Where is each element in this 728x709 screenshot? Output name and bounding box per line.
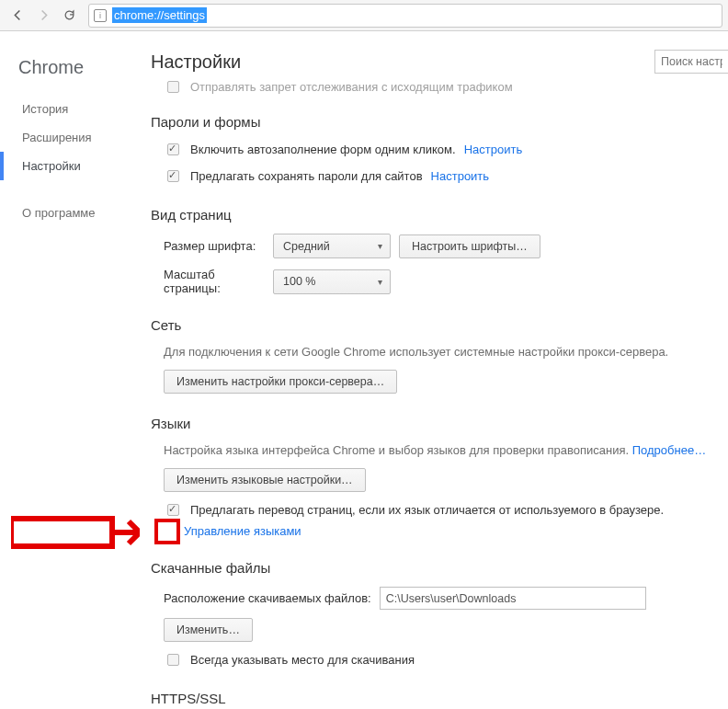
languages-more-link[interactable]: Подробнее… [632, 443, 706, 457]
ask-location-checkbox[interactable] [167, 654, 179, 666]
section-network: Сеть Для подключения к сети Google Chrom… [151, 317, 728, 394]
configure-fonts-button[interactable]: Настроить шрифты… [399, 234, 540, 258]
page-zoom-label: Масштаб страницы: [164, 268, 265, 295]
reload-button[interactable] [57, 4, 81, 28]
page-zoom-select[interactable]: 100 % [273, 269, 391, 294]
url-text: chrome://settings [112, 7, 207, 23]
savepw-checkbox[interactable] [167, 170, 179, 182]
translate-label: Предлагать перевод страниц, если их язык… [190, 503, 664, 517]
downloads-heading: Скачанные файлы [151, 560, 717, 576]
manage-languages-link[interactable]: Управление языками [184, 524, 301, 538]
download-path-label: Расположение скачиваемых файлов: [164, 591, 371, 605]
section-passwords: Пароли и формы Включить автозаполнение ф… [151, 114, 728, 185]
back-button[interactable] [6, 4, 29, 28]
sidebar-item-extensions[interactable]: Расширения [0, 123, 138, 152]
network-desc: Для подключения к сети Google Chrome исп… [151, 344, 717, 360]
font-size-select[interactable]: Средний [273, 234, 391, 258]
download-path-input[interactable] [380, 587, 646, 610]
autofill-label: Включить автозаполнение форм одним клико… [190, 143, 456, 156]
settings-search-input[interactable] [654, 50, 728, 74]
section-appearance: Вид страниц Размер шрифта: Средний Настр… [151, 207, 728, 295]
language-settings-button[interactable]: Изменить языковые настройки… [164, 468, 366, 492]
autofill-checkbox[interactable] [167, 143, 179, 155]
sidebar-item-settings[interactable]: Настройки [0, 152, 138, 180]
sidebar-item-about[interactable]: О программе [0, 199, 138, 227]
languages-heading: Языки [151, 416, 717, 431]
section-languages: Языки Настройка языка интерфейса Chrome … [151, 416, 728, 538]
section-https: HTTPS/SSL Настроить сертификаты… [151, 691, 728, 709]
dnt-checkbox[interactable] [167, 81, 179, 93]
section-downloads: Скачанные файлы Расположение скачиваемых… [151, 560, 728, 669]
autofill-configure-link[interactable]: Настроить [464, 143, 523, 156]
content-area: Chrome История Расширения Настройки О пр… [0, 31, 728, 709]
browser-toolbar: i chrome://settings [0, 0, 728, 31]
proxy-settings-button[interactable]: Изменить настройки прокси-сервера… [164, 370, 397, 394]
sidebar: Chrome История Расширения Настройки О пр… [0, 31, 138, 709]
dnt-row: Отправлять запрет отслеживания с исходящ… [151, 78, 728, 96]
change-download-button[interactable]: Изменить… [164, 618, 253, 642]
main-panel: Настройки Отправлять запрет отслеживания… [138, 31, 728, 709]
savepw-label: Предлагать сохранять пароли для сайтов [190, 169, 423, 183]
translate-checkbox[interactable] [167, 504, 179, 516]
brand-title: Chrome [0, 57, 138, 95]
font-size-label: Размер шрифта: [164, 239, 265, 253]
dnt-label: Отправлять запрет отслеживания с исходящ… [190, 80, 513, 94]
sidebar-item-history[interactable]: История [0, 95, 138, 123]
network-heading: Сеть [151, 317, 717, 333]
appearance-heading: Вид страниц [151, 207, 717, 223]
https-heading: HTTPS/SSL [151, 691, 717, 706]
forward-button[interactable] [31, 4, 55, 28]
languages-desc: Настройка языка интерфейса Chrome и выбо… [151, 442, 717, 459]
site-info-icon[interactable]: i [94, 9, 107, 22]
page-title: Настройки [151, 51, 728, 73]
passwords-heading: Пароли и формы [151, 114, 717, 130]
address-bar[interactable]: i chrome://settings [88, 4, 722, 28]
savepw-configure-link[interactable]: Настроить [431, 169, 490, 183]
ask-location-label: Всегда указывать место для скачивания [190, 653, 415, 667]
